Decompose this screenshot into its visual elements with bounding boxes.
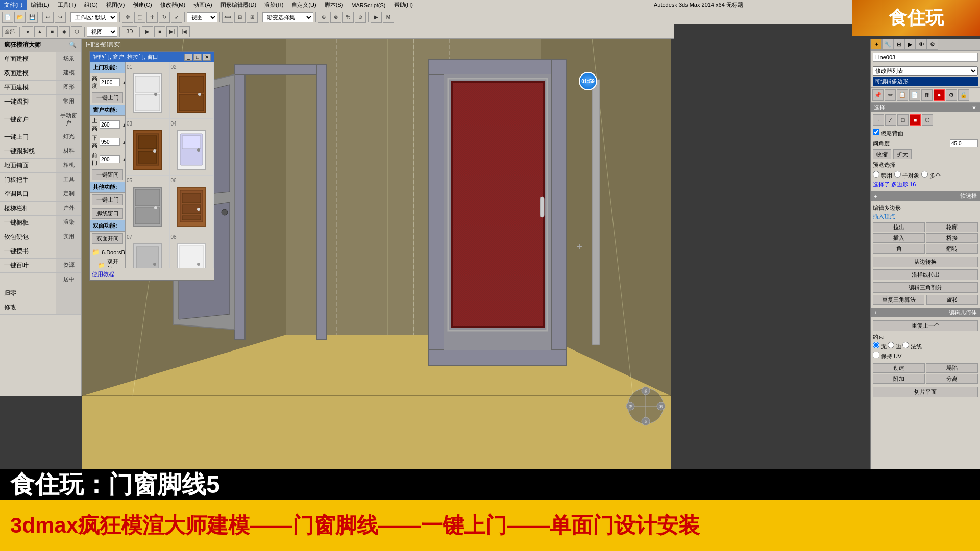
bevel-btn[interactable]: 轮廓: [926, 222, 978, 232]
modifier-list-dropdown[interactable]: 修改器列表: [873, 66, 978, 76]
open-btn[interactable]: 📂: [14, 12, 26, 23]
stop-btn[interactable]: ■: [154, 26, 165, 37]
extrude-btn[interactable]: 拉出: [873, 222, 925, 232]
rotate-btn[interactable]: 旋转: [926, 295, 978, 305]
angle-snap-btn[interactable]: ⊗: [330, 12, 341, 23]
sidebar-sub-center[interactable]: 居中: [56, 273, 81, 286]
sidebar-item-kick-edge[interactable]: 一键踢脚线: [0, 144, 56, 158]
one-key-btn[interactable]: 一键上门: [92, 194, 123, 205]
3d-btn[interactable]: 3D: [122, 26, 137, 37]
border-btn[interactable]: □: [897, 114, 909, 126]
sub-obj4-btn[interactable]: ◆: [59, 26, 70, 37]
front-input[interactable]: [100, 155, 120, 163]
workspace-dropdown[interactable]: 工作区: 默认: [70, 12, 117, 22]
sidebar-item-aircon[interactable]: 空调风口: [0, 187, 56, 201]
edge-btn[interactable]: ⁄: [885, 114, 896, 126]
editable-poly-item[interactable]: 可编辑多边形: [873, 77, 978, 86]
menu-render[interactable]: 渲染(R): [260, 0, 287, 10]
disabled-radio[interactable]: [873, 171, 879, 178]
bottom-arrow[interactable]: ▲: [122, 139, 126, 145]
sidebar-sub-resource[interactable]: 资源: [56, 259, 81, 272]
sidebar-item-books[interactable]: 一键摆书: [0, 244, 56, 258]
attach-btn[interactable]: 附加: [873, 374, 925, 384]
mod-icon-configure[interactable]: ⚙: [946, 89, 957, 101]
sub-obj3-btn[interactable]: ■: [46, 26, 58, 37]
sidebar-item-flat-model[interactable]: 平面建模: [0, 81, 56, 94]
menu-graph-editor[interactable]: 图形编辑器(D): [216, 0, 260, 10]
redo-btn[interactable]: ↪: [55, 12, 66, 23]
menu-animation[interactable]: 动画(A): [189, 0, 216, 10]
door-cell-08[interactable]: 08: [170, 232, 214, 268]
create-btn[interactable]: 创建: [873, 363, 925, 373]
rp-tab-motion[interactable]: ▶: [904, 39, 916, 50]
front-arrow[interactable]: ▲: [122, 157, 126, 162]
tessellate-btn[interactable]: 重复三角算法: [873, 295, 924, 305]
sidebar-item-blinds[interactable]: 一键百叶: [0, 259, 56, 272]
menu-edit[interactable]: 编辑(E): [27, 0, 54, 10]
flip-btn[interactable]: 翻转: [926, 244, 978, 254]
rp-tab-create[interactable]: ✦: [871, 39, 882, 50]
sub-radio[interactable]: [894, 171, 901, 178]
mod-icon-pin[interactable]: 📌: [872, 89, 884, 101]
sidebar-sub-custom[interactable]: 定制: [56, 187, 81, 201]
door-panel-titlebar[interactable]: 智能门, 窗户, 推拉门, 窗口 _ □ ✕: [90, 52, 214, 62]
next-frame-btn[interactable]: ▶|: [166, 26, 178, 37]
tutorial-link[interactable]: 使用教程: [92, 271, 114, 277]
play-btn[interactable]: ▶: [142, 26, 153, 37]
sidebar-item-window[interactable]: 一键窗户: [0, 109, 56, 130]
sidebar-sub-light[interactable]: 灯光: [56, 130, 81, 144]
edge-radio[interactable]: [888, 342, 894, 348]
menu-maxscript[interactable]: MARScript(S): [347, 1, 389, 9]
rp-tab-hierarchy[interactable]: ⊞: [893, 39, 904, 50]
sidebar-item-kick-line[interactable]: 一键踢脚: [0, 95, 56, 109]
none-radio[interactable]: [873, 342, 879, 348]
mirror-btn[interactable]: ⟺: [222, 12, 233, 23]
menu-custom[interactable]: 自定义(U): [287, 0, 320, 10]
sidebar-sub-model[interactable]: 建模: [56, 66, 81, 80]
menu-file[interactable]: 文件(F): [0, 0, 27, 10]
menu-create[interactable]: 创建(C): [129, 0, 156, 10]
repeat-last-btn[interactable]: 重复上一个: [873, 320, 978, 331]
inset-btn[interactable]: 插入: [873, 233, 925, 243]
mod-icon-lock[interactable]: 🔒: [958, 89, 969, 101]
percent-snap-btn[interactable]: %: [342, 12, 354, 23]
slice-plane-btn[interactable]: 切片平面: [873, 387, 978, 397]
threshold-input[interactable]: [950, 139, 978, 147]
door-cell-07[interactable]: 07: [126, 232, 170, 268]
door-cell-05[interactable]: 05: [126, 176, 170, 232]
vertex-btn[interactable]: ·: [873, 114, 884, 126]
height-input[interactable]: [100, 78, 120, 86]
mod-icon-copy[interactable]: 📋: [897, 89, 908, 101]
move-btn[interactable]: ✛: [146, 12, 158, 23]
door-cell-04[interactable]: 04: [170, 119, 214, 175]
door-cell-06[interactable]: 06: [170, 176, 214, 232]
kick-window-btn[interactable]: 脚线窗口: [92, 208, 123, 219]
edit-geometry-header[interactable]: + 编辑几何体: [871, 308, 980, 317]
menu-group[interactable]: 组(G): [80, 0, 102, 10]
view-dropdown[interactable]: 视图: [187, 12, 217, 22]
height-up-arrow[interactable]: ▲: [122, 80, 126, 85]
polygon-btn[interactable]: ■: [910, 114, 921, 126]
sidebar-sub-manual-window[interactable]: 手动窗户: [56, 109, 81, 130]
maximize-btn[interactable]: □: [193, 54, 202, 61]
material-editor-btn[interactable]: M: [383, 12, 394, 23]
sidebar-item-door-handle[interactable]: 门板把手: [0, 173, 56, 187]
sidebar-item-double-model[interactable]: 双面建模: [0, 66, 56, 80]
sidebar-sub-scene[interactable]: 场景: [56, 52, 81, 66]
menu-view[interactable]: 视图(V): [102, 0, 129, 10]
rp-tab-modify[interactable]: 🔧: [882, 39, 893, 50]
minimize-btn[interactable]: _: [184, 54, 192, 61]
sidebar-sub-practical[interactable]: 实用: [56, 230, 81, 244]
rotate-btn[interactable]: ↻: [159, 12, 170, 23]
sidebar-sub-outdoor[interactable]: 户外: [56, 202, 81, 215]
element-btn[interactable]: ⬡: [922, 114, 933, 126]
view-mode-dropdown[interactable]: 视图: [87, 27, 117, 37]
prev-frame-btn[interactable]: |◀: [179, 26, 190, 37]
top-up-arrow[interactable]: ▲: [122, 122, 126, 128]
sidebar-sub-camera[interactable]: 相机: [56, 159, 81, 172]
collapse-btn[interactable]: 塌陷: [926, 363, 978, 373]
mod-icon-paste[interactable]: 📄: [909, 89, 920, 101]
top-up-input[interactable]: [100, 120, 120, 129]
scale-btn[interactable]: ⤢: [171, 12, 182, 23]
outline-btn[interactable]: 沿样线拉出: [873, 269, 978, 280]
